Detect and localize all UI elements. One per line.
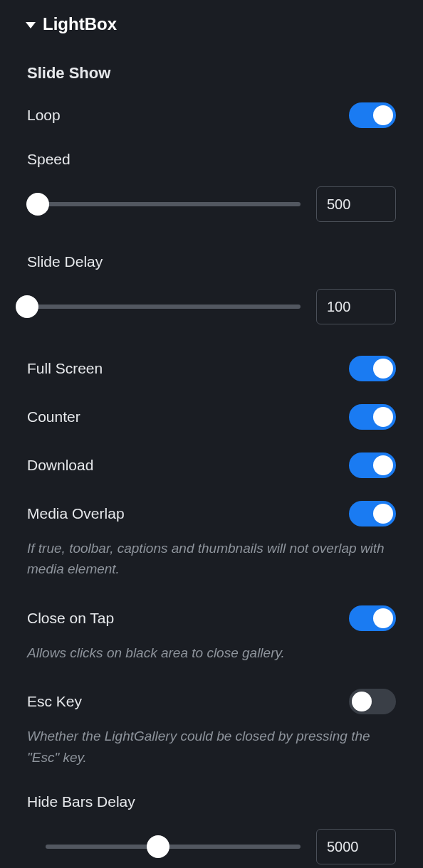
full-screen-row: Full Screen [27, 356, 396, 381]
counter-row: Counter [27, 404, 396, 430]
full-screen-label: Full Screen [27, 360, 103, 377]
media-overlap-label: Media Overlap [27, 505, 125, 522]
counter-toggle[interactable] [349, 404, 396, 430]
media-overlap-desc: If true, toolbar, captions and thumbnail… [27, 538, 396, 580]
subsection-title: Slide Show [27, 64, 396, 83]
toggle-knob [373, 359, 393, 379]
loop-row: Loop [27, 102, 396, 128]
speed-slider[interactable] [27, 202, 301, 206]
slide-delay-slider-thumb[interactable] [16, 295, 38, 318]
toggle-knob [373, 455, 393, 475]
esc-key-desc: Whether the LightGallery could be closed… [27, 726, 396, 768]
close-on-tap-toggle[interactable] [349, 605, 396, 631]
close-on-tap-label: Close on Tap [27, 610, 114, 627]
loop-toggle[interactable] [349, 102, 396, 128]
hide-bars-delay-slider[interactable] [46, 845, 301, 849]
esc-key-row: Esc Key [27, 689, 396, 714]
speed-label: Speed [27, 151, 396, 168]
close-on-tap-desc: Allows clicks on black area to close gal… [27, 642, 396, 663]
slide-delay-slider[interactable] [27, 305, 301, 309]
hide-bars-delay-input[interactable] [316, 829, 396, 864]
esc-key-toggle[interactable] [349, 689, 396, 714]
section-header[interactable]: LightBox [26, 14, 396, 34]
slide-delay-input[interactable] [316, 289, 396, 324]
download-label: Download [27, 457, 93, 474]
speed-slider-row [27, 186, 396, 222]
hide-bars-delay-slider-row [27, 829, 396, 864]
section-title: LightBox [43, 14, 117, 34]
chevron-down-icon [26, 22, 36, 28]
hide-bars-delay-slider-thumb[interactable] [147, 835, 169, 858]
loop-label: Loop [27, 107, 61, 124]
download-row: Download [27, 452, 396, 478]
close-on-tap-row: Close on Tap [27, 605, 396, 631]
toggle-knob [373, 105, 393, 125]
toggle-knob [373, 407, 393, 427]
counter-label: Counter [27, 408, 80, 425]
download-toggle[interactable] [349, 452, 396, 478]
toggle-knob [373, 504, 393, 524]
slide-delay-slider-row [27, 289, 396, 324]
media-overlap-toggle[interactable] [349, 501, 396, 526]
speed-input[interactable] [316, 186, 396, 222]
toggle-knob [373, 608, 393, 628]
slide-delay-label: Slide Delay [27, 253, 396, 270]
hide-bars-delay-label: Hide Bars Delay [27, 793, 396, 810]
lightbox-panel: LightBox Slide Show Loop Speed Slide Del… [0, 0, 423, 864]
speed-slider-thumb[interactable] [26, 193, 49, 216]
full-screen-toggle[interactable] [349, 356, 396, 381]
media-overlap-row: Media Overlap [27, 501, 396, 526]
esc-key-label: Esc Key [27, 693, 82, 710]
toggle-knob [352, 692, 372, 711]
